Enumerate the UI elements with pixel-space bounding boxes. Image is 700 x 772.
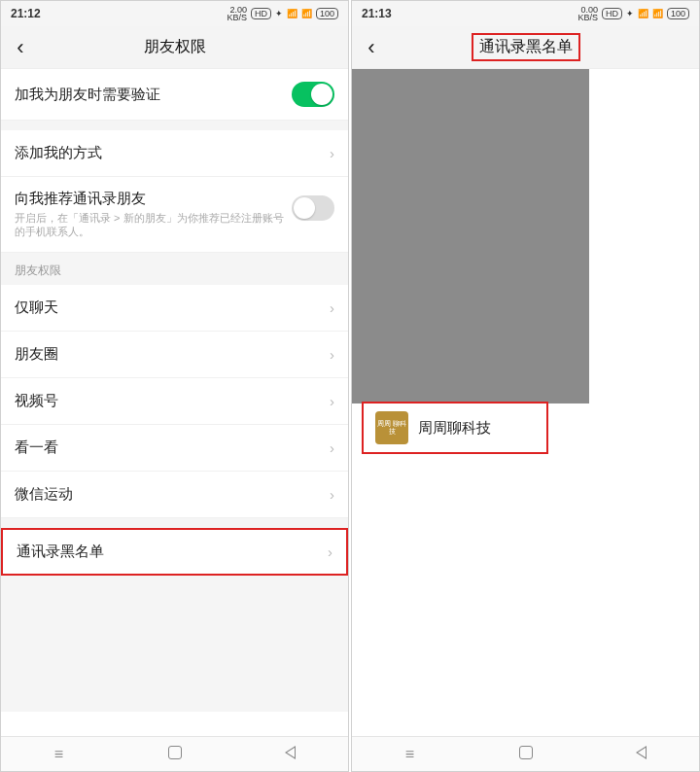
topnav: ‹ 通讯录黑名单 xyxy=(352,26,699,69)
chevron-right-icon: › xyxy=(328,544,332,560)
chevron-right-icon: › xyxy=(330,393,334,409)
nav-home-icon[interactable] xyxy=(514,746,538,763)
page-title: 通讯录黑名单 xyxy=(472,33,580,61)
nav-recents-icon[interactable]: ≡ xyxy=(48,746,71,763)
settings-content: 加我为朋友时需要验证 添加我的方式 › 向我推荐通讯录朋友 开启后，在「通讯录 … xyxy=(1,69,348,736)
status-bar: 21:13 0.00KB/S HD ✦ 📶📶 100 xyxy=(352,1,699,26)
chevron-right-icon: › xyxy=(330,346,334,363)
row-recommend[interactable]: 向我推荐通讯录朋友 开启后，在「通讯录 > 新的朋友」为你推荐已经注册账号的手机… xyxy=(1,177,348,253)
page-title: 朋友权限 xyxy=(144,37,206,57)
status-time: 21:12 xyxy=(11,7,41,20)
switch-verify[interactable] xyxy=(292,82,334,107)
row-top-stories[interactable]: 看一看 › xyxy=(1,425,348,472)
system-navbar: ≡ xyxy=(1,736,348,771)
blocklist-entry[interactable]: 周周 聊科技 周周聊科技 xyxy=(362,402,548,454)
nav-back-icon[interactable] xyxy=(630,746,653,763)
row-blocklist[interactable]: 通讯录黑名单 › xyxy=(1,528,348,576)
back-button[interactable]: ‹ xyxy=(1,26,40,69)
status-right: 0.00KB/S HD ✦ 📶📶 100 xyxy=(578,6,689,21)
chevron-right-icon: › xyxy=(330,439,334,456)
nav-recents-icon[interactable]: ≡ xyxy=(399,746,422,763)
chevron-right-icon: › xyxy=(330,145,334,161)
row-verify[interactable]: 加我为朋友时需要验证 xyxy=(1,69,348,121)
phone-right: 21:13 0.00KB/S HD ✦ 📶📶 100 ‹ 通讯录黑名单 周周 聊… xyxy=(351,0,700,772)
row-channels[interactable]: 视频号 › xyxy=(1,378,348,425)
status-right: 2.00KB/S HD ✦ 📶📶 100 xyxy=(227,6,338,21)
row-moments[interactable]: 朋友圈 › xyxy=(1,332,348,378)
back-button[interactable]: ‹ xyxy=(352,26,391,69)
phone-left: 21:12 2.00KB/S HD ✦ 📶📶 100 ‹ 朋友权限 加我为朋友时… xyxy=(0,0,349,772)
switch-recommend[interactable] xyxy=(292,195,334,221)
row-chat-only[interactable]: 仅聊天 › xyxy=(1,285,348,332)
status-time: 21:13 xyxy=(362,7,392,20)
blocklist-content: 周周 聊科技 周周聊科技 xyxy=(352,69,699,736)
section-header-permissions: 朋友权限 xyxy=(1,253,348,285)
chevron-right-icon: › xyxy=(330,486,334,503)
entry-name: 周周聊科技 xyxy=(418,419,491,438)
topnav: ‹ 朋友权限 xyxy=(1,26,348,69)
system-navbar: ≡ xyxy=(352,736,699,771)
nav-home-icon[interactable] xyxy=(163,746,187,763)
nav-back-icon[interactable] xyxy=(279,746,302,763)
redacted-block xyxy=(352,69,589,404)
chevron-right-icon: › xyxy=(330,299,334,316)
avatar: 周周 聊科技 xyxy=(375,411,408,444)
row-add-way[interactable]: 添加我的方式 › xyxy=(1,130,348,177)
row-werun[interactable]: 微信运动 › xyxy=(1,472,348,518)
status-bar: 21:12 2.00KB/S HD ✦ 📶📶 100 xyxy=(1,1,348,26)
